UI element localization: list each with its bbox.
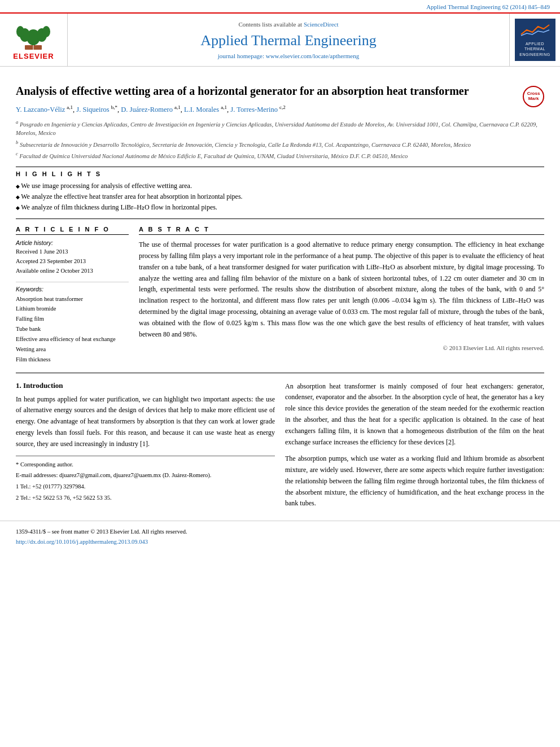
svg-point-5 [42, 26, 50, 37]
copyright-line: © 2013 Elsevier Ltd. All rights reserved… [139, 344, 544, 351]
elsevier-tree-icon [14, 19, 53, 50]
body-right-column: An absorption heat transformer is mainly… [285, 381, 544, 516]
elsevier-logo: ELSEVIER [0, 14, 68, 66]
abstract-header: A B S T R A C T [139, 226, 544, 235]
article-info-header: A R T I C L E I N F O [16, 226, 129, 235]
elsevier-label: ELSEVIER [13, 52, 54, 60]
authors-line: Y. Lazcano-Véliz a,1, J. Siqueiros b,*, … [16, 104, 544, 114]
keyword: Film thickness [16, 355, 129, 365]
journal-logo-box: APPLIEDTHERMALENGINEERING [515, 19, 555, 61]
abstract-text: The use of thermal processes for water p… [139, 239, 544, 340]
abstract-column: A B S T R A C T The use of thermal proce… [139, 226, 544, 364]
highlights-divider [16, 167, 544, 167]
journal-title: Applied Thermal Engineering [200, 32, 376, 49]
highlights-header: H I G H L I G H T S [16, 171, 544, 177]
footnotes: * Corresponding author. E-mail addresses… [16, 456, 275, 503]
keyword: Falling film [16, 314, 129, 324]
highlight-item: We analyze the effective heat transfer a… [16, 191, 544, 202]
journal-title-area: Contents lists available at ScienceDirec… [68, 14, 509, 66]
keywords-label: Keywords: [16, 282, 129, 292]
footnote: * Corresponding author. [16, 460, 275, 470]
highlights-bottom-divider [16, 219, 544, 219]
journal-logo-text: APPLIEDTHERMALENGINEERING [517, 41, 553, 58]
keyword: Absorption heat transformer [16, 294, 129, 304]
footnote-tel2: 2 Tel.: +52 5622 53 76, +52 5622 53 35. [16, 493, 275, 503]
article-history-label: Article history: [16, 239, 129, 246]
journal-logo: APPLIEDTHERMALENGINEERING [509, 14, 560, 66]
journal-homepage: journal homepage: www.elsevier.com/locat… [218, 53, 359, 59]
journal-logo-graphic [518, 22, 552, 38]
accepted-date: Accepted 23 September 2013 [16, 257, 129, 267]
intro-right-p1: An absorption heat transformer is mainly… [285, 381, 544, 448]
issn-line: 1359-4311/$ – see front matter © 2013 El… [16, 527, 544, 537]
highlights-list: We use image processing for analysis of … [16, 181, 544, 213]
article-info-column: A R T I C L E I N F O Article history: R… [16, 226, 129, 364]
svg-point-4 [16, 26, 24, 37]
footnote-tel1: 1 Tel.: +52 (01777) 3297984. [16, 482, 275, 492]
intro-left-text: In heat pumps applied for water purifica… [16, 394, 275, 450]
journal-reference: Applied Thermal Engineering 62 (2014) 84… [0, 0, 560, 12]
keywords-list: Absorption heat transformer Lithium brom… [16, 294, 129, 365]
footnote-email: E-mail addresses: djuarez7@gmail.com, dj… [16, 470, 275, 480]
article-info-abstract: A R T I C L E I N F O Article history: R… [16, 226, 544, 364]
doi-link[interactable]: http://dx.doi.org/10.1016/j.applthermale… [16, 537, 544, 547]
sciencedirect-link[interactable]: ScienceDirect [304, 21, 339, 28]
paper-header: CrossMark Analysis of effective wetting … [16, 84, 544, 99]
journal-header: ELSEVIER Contents lists available at Sci… [0, 12, 560, 67]
intro-right-p2: The absorption pumps, which use water as… [285, 453, 544, 509]
highlight-item: We use image processing for analysis of … [16, 181, 544, 191]
main-content: CrossMark Analysis of effective wetting … [0, 67, 560, 365]
article-history: Received 1 June 2013 Accepted 23 Septemb… [16, 247, 129, 276]
body-content: 1. Introduction In heat pumps applied fo… [0, 373, 560, 516]
bottom-bar: 1359-4311/$ – see front matter © 2013 El… [0, 521, 560, 553]
contents-line: Contents lists available at ScienceDirec… [238, 21, 338, 28]
crossmark-badge[interactable]: CrossMark [523, 86, 544, 107]
body-left-column: 1. Introduction In heat pumps applied fo… [16, 381, 275, 516]
highlight-item: We analyze of film thickness during LiBr… [16, 202, 544, 213]
journal-homepage-url[interactable]: www.elsevier.com/locate/apthermeng [266, 53, 359, 59]
paper-title: Analysis of effective wetting area of a … [16, 84, 544, 99]
keyword: Lithium bromide [16, 304, 129, 314]
section1-title: 1. Introduction [16, 381, 275, 390]
keyword: Wetting area [16, 344, 129, 355]
available-date: Available online 2 October 2013 [16, 267, 129, 276]
keyword: Effective area efficiency of heat exchan… [16, 334, 129, 344]
affiliations: a Posgrado en Ingeniería y Ciencias Apli… [16, 119, 544, 161]
keyword: Tube bank [16, 324, 129, 334]
received-date: Received 1 June 2013 [16, 247, 129, 257]
